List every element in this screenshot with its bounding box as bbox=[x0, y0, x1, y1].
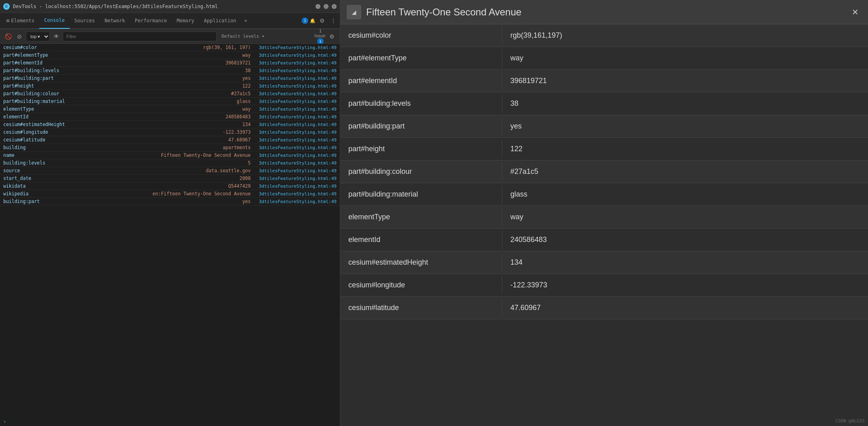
devtools-icon: D bbox=[3, 3, 10, 10]
tab-memory[interactable]: Memory bbox=[172, 13, 199, 29]
console-link[interactable]: 3dtilesFeatureStyling.html:49 bbox=[251, 45, 337, 50]
property-table: cesium#colorrgb(39,161,197)part#elementT… bbox=[340, 24, 868, 426]
tab-application[interactable]: Application bbox=[199, 13, 241, 29]
context-select[interactable]: top ▾ bbox=[26, 32, 50, 41]
tab-settings-area: 1 🔔 ⚙ ⋮ bbox=[302, 16, 338, 26]
console-link[interactable]: 3dtilesFeatureStyling.html:49 bbox=[251, 91, 337, 96]
console-link[interactable]: 3dtilesFeatureStyling.html:49 bbox=[251, 161, 337, 166]
console-row: building:levels 53dtilesFeatureStyling.h… bbox=[0, 159, 340, 167]
console-key: elementId bbox=[3, 114, 223, 120]
property-key: cesium#longitude bbox=[340, 276, 502, 294]
console-value: data.seattle.gov bbox=[206, 168, 251, 173]
console-row: part#elementId 3968197213dtilesFeatureSt… bbox=[0, 59, 340, 67]
console-key: elementType bbox=[3, 106, 240, 112]
console-key: part#elementId bbox=[3, 60, 223, 66]
property-key: cesium#color bbox=[340, 26, 502, 45]
console-link[interactable]: 3dtilesFeatureStyling.html:49 bbox=[251, 184, 337, 189]
issues-count-label: 1 Issue: 1 bbox=[314, 28, 326, 45]
console-key: cesium#latitude bbox=[3, 137, 226, 143]
console-row: part#building:colour #27a1c53dtilesFeatu… bbox=[0, 90, 340, 98]
property-key: part#building:material bbox=[340, 185, 502, 203]
console-link[interactable]: 3dtilesFeatureStyling.html:49 bbox=[251, 153, 337, 158]
console-link[interactable]: 3dtilesFeatureStyling.html:49 bbox=[251, 53, 337, 58]
maximize-button[interactable]: □ bbox=[324, 4, 328, 9]
default-levels-label[interactable]: Default levels ▾ bbox=[222, 34, 264, 39]
console-key: cesium#estimatedHeight bbox=[3, 122, 240, 127]
clear-console-button[interactable]: 🚫 bbox=[3, 32, 13, 41]
filter-button[interactable]: ⊘ bbox=[15, 32, 24, 41]
property-row: part#height122 bbox=[340, 138, 868, 161]
tab-elements[interactable]: ⊞ Elements bbox=[2, 13, 39, 29]
tab-performance-label: Performance bbox=[135, 18, 167, 24]
console-key: part#building:part bbox=[3, 75, 240, 81]
tab-more-icon: » bbox=[244, 18, 247, 24]
console-link[interactable]: 3dtilesFeatureStyling.html:49 bbox=[251, 168, 337, 173]
console-row: building:part yes3dtilesFeatureStyling.h… bbox=[0, 198, 340, 206]
console-link[interactable]: 3dtilesFeatureStyling.html:49 bbox=[251, 145, 337, 150]
console-link[interactable]: 3dtilesFeatureStyling.html:49 bbox=[251, 130, 337, 135]
console-key: part#building:levels bbox=[3, 68, 243, 73]
console-link[interactable]: 3dtilesFeatureStyling.html:49 bbox=[251, 99, 337, 104]
property-row: cesium#colorrgb(39,161,197) bbox=[340, 24, 868, 47]
console-link[interactable]: 3dtilesFeatureStyling.html:49 bbox=[251, 107, 337, 112]
tab-network-label: Network bbox=[105, 18, 125, 24]
window-title: DevTools - localhost:5502/Apps/TestExamp… bbox=[13, 4, 218, 9]
console-settings-button[interactable]: ⚙ bbox=[327, 32, 337, 41]
close-panel-button[interactable]: ✕ bbox=[849, 6, 862, 19]
issues-button[interactable]: 1 Issue: 1 bbox=[316, 32, 325, 41]
console-key: name bbox=[3, 152, 158, 158]
console-value: 396819721 bbox=[226, 60, 251, 66]
devtools-panel: D DevTools - localhost:5502/Apps/TestExa… bbox=[0, 0, 340, 426]
filter-input[interactable] bbox=[63, 32, 217, 41]
console-row: elementId 2405864833dtilesFeatureStyling… bbox=[0, 113, 340, 121]
console-value: yes bbox=[242, 75, 251, 81]
settings-button[interactable]: ⚙ bbox=[317, 16, 327, 26]
property-value: glass bbox=[502, 185, 868, 203]
issue-count-badge: 1 bbox=[302, 17, 308, 24]
property-row: part#building:levels38 bbox=[340, 92, 868, 115]
console-link[interactable]: 3dtilesFeatureStyling.html:49 bbox=[251, 191, 337, 197]
console-key: part#building:material bbox=[3, 98, 234, 104]
console-toolbar: 🚫 ⊘ top ▾ 👁 Default levels ▾ 1 Issue: 1 … bbox=[0, 29, 340, 44]
console-link[interactable]: 3dtilesFeatureStyling.html:49 bbox=[251, 114, 337, 120]
more-options-button[interactable]: ⋮ bbox=[328, 16, 338, 26]
eye-button[interactable]: 👁 bbox=[51, 32, 61, 41]
console-link[interactable]: 3dtilesFeatureStyling.html:49 bbox=[251, 122, 337, 127]
console-link[interactable]: 3dtilesFeatureStyling.html:49 bbox=[251, 68, 337, 73]
console-link[interactable]: 3dtilesFeatureStyling.html:49 bbox=[251, 76, 337, 81]
console-value: yes bbox=[242, 199, 251, 204]
tab-network[interactable]: Network bbox=[100, 13, 130, 29]
console-key: cesium#longitude bbox=[3, 129, 220, 135]
console-link[interactable]: 3dtilesFeatureStyling.html:49 bbox=[251, 60, 337, 66]
property-row: part#building:partyes bbox=[340, 115, 868, 138]
tab-sources[interactable]: Sources bbox=[70, 13, 100, 29]
console-value: apartments bbox=[223, 145, 251, 150]
console-row: wikidata Q54474293dtilesFeatureStyling.h… bbox=[0, 182, 340, 190]
console-prompt-row: › bbox=[0, 417, 340, 426]
property-row: elementId240586483 bbox=[340, 229, 868, 251]
console-row: cesium#color rgb(39, 161, 197)3dtilesFea… bbox=[0, 44, 340, 51]
property-value: way bbox=[502, 49, 868, 67]
console-value: rgb(39, 161, 197) bbox=[203, 45, 251, 50]
console-link[interactable]: 3dtilesFeatureStyling.html:49 bbox=[251, 199, 337, 204]
property-key: cesium#latitude bbox=[340, 299, 502, 317]
console-output: cesium#color rgb(39, 161, 197)3dtilesFea… bbox=[0, 44, 340, 417]
minimize-button[interactable]: — bbox=[316, 4, 320, 9]
console-value: -122.33973 bbox=[223, 129, 251, 135]
tab-console[interactable]: Console bbox=[39, 13, 70, 29]
console-link[interactable]: 3dtilesFeatureStyling.html:49 bbox=[251, 176, 337, 181]
right-panel: ◢ Fifteen Twenty-One Second Avenue ✕ ces… bbox=[340, 0, 868, 426]
console-row: cesium#estimatedHeight 1343dtilesFeature… bbox=[0, 121, 340, 128]
console-link[interactable]: 3dtilesFeatureStyling.html:49 bbox=[251, 137, 337, 143]
property-value: rgb(39,161,197) bbox=[502, 26, 868, 45]
console-row: wikipedia en:Fifteen Twenty-One Second A… bbox=[0, 190, 340, 198]
console-link[interactable]: 3dtilesFeatureStyling.html:49 bbox=[251, 83, 337, 89]
console-row: start_date 20083dtilesFeatureStyling.htm… bbox=[0, 175, 340, 182]
property-key: part#height bbox=[340, 140, 502, 158]
close-button[interactable]: ✕ bbox=[332, 4, 337, 9]
console-value: 5 bbox=[248, 160, 251, 166]
tab-more-button[interactable]: » bbox=[241, 13, 250, 29]
tab-performance[interactable]: Performance bbox=[130, 13, 172, 29]
property-key: elementId bbox=[340, 231, 502, 249]
panel-header-icon: ◢ bbox=[347, 5, 361, 19]
